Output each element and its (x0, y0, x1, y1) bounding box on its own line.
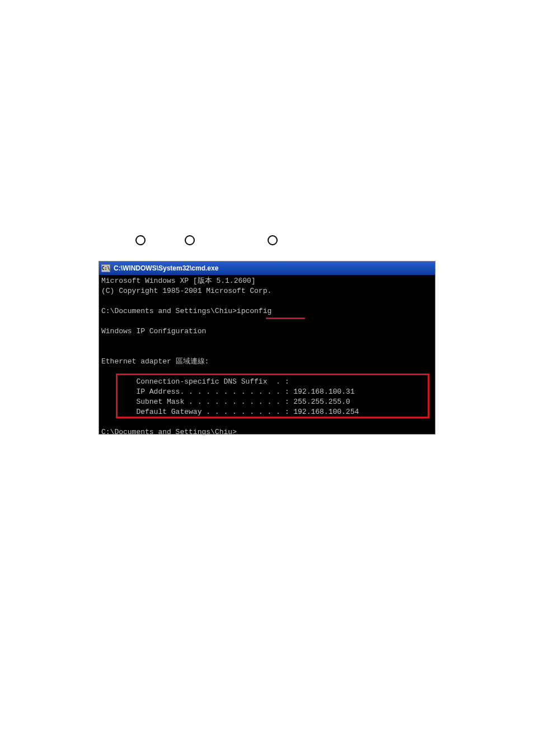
cmd-icon: C:\ (101, 264, 110, 272)
command-prompt-window: C:\ C:\WINDOWS\System32\cmd.exe Microsof… (99, 261, 435, 435)
ipconfig-underline-annotation (266, 318, 305, 319)
terminal-output[interactable]: Microsoft Windows XP [版本 5.1.2600] (C) C… (99, 275, 435, 438)
decorative-circles (135, 235, 278, 245)
prompt-idle: C:\Documents and Settings\Chiu> (101, 428, 237, 436)
adapter-label: Ethernet adapter 區域連線: (101, 357, 209, 366)
window-titlebar[interactable]: C:\ C:\WINDOWS\System32\cmd.exe (99, 262, 435, 275)
copyright-line: (C) Copyright 1985-2001 Microsoft Corp. (101, 287, 271, 295)
prompt-ipconfig: C:\Documents and Settings\Chiu>ipconfig (101, 307, 271, 315)
ip-address-line: IP Address. . . . . . . . . . . . : 192.… (101, 388, 354, 396)
os-version-line: Microsoft Windows XP [版本 5.1.2600] (101, 277, 256, 285)
circle-icon (135, 235, 146, 245)
subnet-mask-line: Subnet Mask . . . . . . . . . . . : 255.… (101, 398, 350, 406)
window-title: C:\WINDOWS\System32\cmd.exe (114, 264, 218, 272)
circle-icon (185, 235, 195, 245)
ipconfig-header: Windows IP Configuration (101, 327, 206, 335)
dns-suffix-line: Connection-specific DNS Suffix . : (101, 377, 289, 386)
default-gateway-line: Default Gateway . . . . . . . . . : 192.… (101, 408, 359, 416)
circle-icon (268, 235, 278, 245)
